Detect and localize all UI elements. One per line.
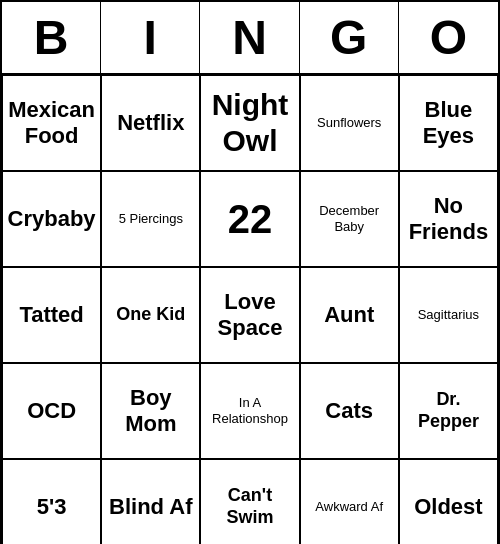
bingo-cell-0-0: Mexican Food — [2, 75, 101, 171]
bingo-cell-0-2: Night Owl — [200, 75, 299, 171]
cell-text: OCD — [27, 398, 76, 424]
bingo-cell-2-3: Aunt — [300, 267, 399, 363]
cell-text: In A Relationshop — [205, 395, 294, 426]
bingo-cell-1-2: 22 — [200, 171, 299, 267]
cell-text: Cats — [325, 398, 373, 424]
bingo-cell-3-1: Boy Mom — [101, 363, 200, 459]
bingo-card: BINGO Mexican FoodNetflixNight OwlSunflo… — [0, 0, 500, 544]
bingo-cell-2-0: Tatted — [2, 267, 101, 363]
bingo-cell-1-1: 5 Piercings — [101, 171, 200, 267]
cell-text: December Baby — [305, 203, 394, 234]
header-letter-n: N — [200, 2, 299, 73]
cell-text: 22 — [228, 195, 273, 243]
header-letter-i: I — [101, 2, 200, 73]
cell-text: 5 Piercings — [119, 211, 183, 227]
cell-text: Awkward Af — [315, 499, 383, 515]
bingo-cell-1-3: December Baby — [300, 171, 399, 267]
bingo-cell-0-1: Netflix — [101, 75, 200, 171]
bingo-cell-3-0: OCD — [2, 363, 101, 459]
cell-text: Mexican Food — [7, 97, 96, 150]
cell-text: Crybaby — [8, 206, 96, 232]
bingo-cell-3-4: Dr. Pepper — [399, 363, 498, 459]
bingo-cell-1-0: Crybaby — [2, 171, 101, 267]
cell-text: Tatted — [19, 302, 83, 328]
cell-text: 5'3 — [37, 494, 67, 520]
header-letter-o: O — [399, 2, 498, 73]
bingo-cell-2-1: One Kid — [101, 267, 200, 363]
bingo-cell-2-4: Sagittarius — [399, 267, 498, 363]
cell-text: One Kid — [116, 304, 185, 326]
bingo-cell-0-4: Blue Eyes — [399, 75, 498, 171]
bingo-cell-4-4: Oldest — [399, 459, 498, 544]
cell-text: Night Owl — [205, 87, 294, 159]
cell-text: Blue Eyes — [404, 97, 493, 150]
bingo-cell-4-1: Blind Af — [101, 459, 200, 544]
cell-text: Sunflowers — [317, 115, 381, 131]
cell-text: Netflix — [117, 110, 184, 136]
cell-text: Dr. Pepper — [404, 389, 493, 432]
cell-text: Boy Mom — [106, 385, 195, 438]
bingo-grid: Mexican FoodNetflixNight OwlSunflowersBl… — [2, 75, 498, 544]
cell-text: Aunt — [324, 302, 374, 328]
bingo-cell-4-0: 5'3 — [2, 459, 101, 544]
bingo-cell-3-3: Cats — [300, 363, 399, 459]
cell-text: Love Space — [205, 289, 294, 342]
cell-text: Blind Af — [109, 494, 193, 520]
bingo-cell-2-2: Love Space — [200, 267, 299, 363]
bingo-cell-4-3: Awkward Af — [300, 459, 399, 544]
bingo-cell-0-3: Sunflowers — [300, 75, 399, 171]
bingo-cell-1-4: No Friends — [399, 171, 498, 267]
bingo-header: BINGO — [2, 2, 498, 75]
bingo-cell-3-2: In A Relationshop — [200, 363, 299, 459]
cell-text: No Friends — [404, 193, 493, 246]
header-letter-b: B — [2, 2, 101, 73]
cell-text: Sagittarius — [418, 307, 479, 323]
cell-text: Can't Swim — [205, 485, 294, 528]
header-letter-g: G — [300, 2, 399, 73]
cell-text: Oldest — [414, 494, 482, 520]
bingo-cell-4-2: Can't Swim — [200, 459, 299, 544]
